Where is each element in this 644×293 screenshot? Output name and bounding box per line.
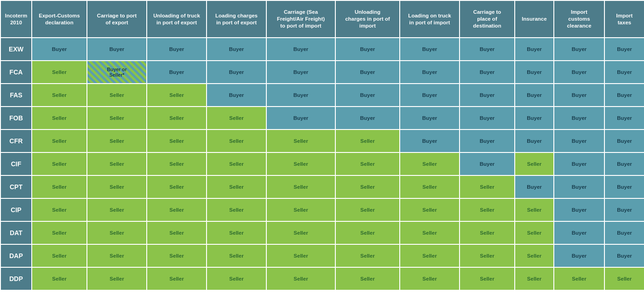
incoterm-label: DAP bbox=[0, 244, 32, 267]
cell-dat-col9: Buyer bbox=[554, 221, 604, 244]
cell-fob-col2: Seller bbox=[147, 107, 207, 130]
table-row: CIFSellerSellerSellerSellerSellerSellerS… bbox=[0, 152, 644, 175]
cell-fob-col4: Buyer bbox=[266, 107, 335, 130]
col-header-import-customs: Importcustomsclearance bbox=[554, 0, 604, 38]
cell-ddp-col8: Seller bbox=[515, 267, 554, 290]
cell-cfr-col4: Seller bbox=[266, 130, 335, 152]
table-row: FASSellerSellerSellerBuyerBuyerBuyerBuye… bbox=[0, 84, 644, 107]
cell-cpt-col1: Seller bbox=[87, 175, 147, 198]
cell-cip-col7: Seller bbox=[460, 198, 515, 221]
cell-cpt-col9: Buyer bbox=[554, 175, 604, 198]
cell-fca-col5: Buyer bbox=[335, 61, 400, 84]
cell-cfr-col5: Seller bbox=[335, 130, 400, 152]
cell-cif-col8: Seller bbox=[515, 152, 554, 175]
cell-fas-col10: Buyer bbox=[604, 84, 644, 107]
cell-dap-col8: Seller bbox=[515, 244, 554, 267]
cell-cpt-col4: Seller bbox=[266, 175, 335, 198]
cell-ddp-col4: Seller bbox=[266, 267, 335, 290]
cell-exw-col5: Buyer bbox=[335, 38, 400, 61]
cell-fca-col6: Buyer bbox=[400, 61, 460, 84]
cell-dap-col4: Seller bbox=[266, 244, 335, 267]
cell-exw-col1: Buyer bbox=[87, 38, 147, 61]
cell-fob-col9: Buyer bbox=[554, 107, 604, 130]
cell-exw-col6: Buyer bbox=[400, 38, 460, 61]
cell-cfr-col9: Buyer bbox=[554, 130, 604, 152]
cell-fob-col6: Buyer bbox=[400, 107, 460, 130]
cell-fas-col6: Buyer bbox=[400, 84, 460, 107]
cell-dap-col2: Seller bbox=[147, 244, 207, 267]
cell-ddp-col3: Seller bbox=[207, 267, 266, 290]
cell-cpt-col10: Buyer bbox=[604, 175, 644, 198]
cell-cpt-col2: Seller bbox=[147, 175, 207, 198]
cell-dat-col0: Seller bbox=[32, 221, 87, 244]
cell-exw-col2: Buyer bbox=[147, 38, 207, 61]
cell-fob-col10: Buyer bbox=[604, 107, 644, 130]
cell-dap-col3: Seller bbox=[207, 244, 266, 267]
cell-cif-col5: Seller bbox=[335, 152, 400, 175]
cell-exw-col8: Buyer bbox=[515, 38, 554, 61]
cell-dat-col5: Seller bbox=[335, 221, 400, 244]
incoterm-label: FCA bbox=[0, 61, 32, 84]
table-row: FOBSellerSellerSellerSellerBuyerBuyerBuy… bbox=[0, 107, 644, 130]
cell-cfr-col10: Buyer bbox=[604, 130, 644, 152]
table-row: DDPSellerSellerSellerSellerSellerSellerS… bbox=[0, 267, 644, 290]
cell-fas-col1: Seller bbox=[87, 84, 147, 107]
cell-dat-col6: Seller bbox=[400, 221, 460, 244]
col-header-import-taxes: Importtaxes bbox=[604, 0, 644, 38]
table-row: DAPSellerSellerSellerSellerSellerSellerS… bbox=[0, 244, 644, 267]
table-row: FCASellerBuyer orSeller*BuyerBuyerBuyerB… bbox=[0, 61, 644, 84]
cell-fca-col3: Buyer bbox=[207, 61, 266, 84]
cell-cif-col0: Seller bbox=[32, 152, 87, 175]
cell-cif-col9: Buyer bbox=[554, 152, 604, 175]
cell-fob-col5: Buyer bbox=[335, 107, 400, 130]
cell-exw-col3: Buyer bbox=[207, 38, 266, 61]
cell-dat-col3: Seller bbox=[207, 221, 266, 244]
cell-fca-col4: Buyer bbox=[266, 61, 335, 84]
cell-dap-col9: Buyer bbox=[554, 244, 604, 267]
cell-ddp-col9: Seller bbox=[554, 267, 604, 290]
cell-ddp-col1: Seller bbox=[87, 267, 147, 290]
incoterm-label: CIF bbox=[0, 152, 32, 175]
cell-cfr-col2: Seller bbox=[147, 130, 207, 152]
cell-cip-col3: Seller bbox=[207, 198, 266, 221]
cell-fca-col1: Buyer orSeller* bbox=[87, 61, 147, 84]
col-header-carriage-place-destination: Carriage toplace ofdestination bbox=[460, 0, 515, 38]
table-header: Incoterm2010Export-CustomsdeclarationCar… bbox=[0, 0, 644, 38]
cell-ddp-col0: Seller bbox=[32, 267, 87, 290]
table-row: DATSellerSellerSellerSellerSellerSellerS… bbox=[0, 221, 644, 244]
cell-fca-col8: Buyer bbox=[515, 61, 554, 84]
cell-exw-col9: Buyer bbox=[554, 38, 604, 61]
cell-fob-col3: Seller bbox=[207, 107, 266, 130]
cell-fas-col2: Seller bbox=[147, 84, 207, 107]
col-header-insurance: Insurance bbox=[515, 0, 554, 38]
incoterm-label: CPT bbox=[0, 175, 32, 198]
table-row: CPTSellerSellerSellerSellerSellerSellerS… bbox=[0, 175, 644, 198]
cell-fob-col0: Seller bbox=[32, 107, 87, 130]
cell-dat-col4: Seller bbox=[266, 221, 335, 244]
cell-fca-col10: Buyer bbox=[604, 61, 644, 84]
cell-cif-col3: Seller bbox=[207, 152, 266, 175]
table-row: CIPSellerSellerSellerSellerSellerSellerS… bbox=[0, 198, 644, 221]
cell-cpt-col7: Seller bbox=[460, 175, 515, 198]
col-header-incoterm: Incoterm2010 bbox=[0, 0, 32, 38]
cell-cfr-col8: Buyer bbox=[515, 130, 554, 152]
cell-cip-col5: Seller bbox=[335, 198, 400, 221]
cell-dap-col10: Buyer bbox=[604, 244, 644, 267]
incoterm-label: FOB bbox=[0, 107, 32, 130]
cell-cfr-col7: Buyer bbox=[460, 130, 515, 152]
cell-cip-col1: Seller bbox=[87, 198, 147, 221]
cell-fob-col1: Seller bbox=[87, 107, 147, 130]
cell-cpt-col6: Seller bbox=[400, 175, 460, 198]
incoterms-table: Incoterm2010Export-CustomsdeclarationCar… bbox=[0, 0, 644, 291]
cell-cip-col4: Seller bbox=[266, 198, 335, 221]
table-row: CFRSellerSellerSellerSellerSellerSellerB… bbox=[0, 130, 644, 152]
cell-cpt-col0: Seller bbox=[32, 175, 87, 198]
cell-dat-col1: Seller bbox=[87, 221, 147, 244]
cell-fca-col0: Seller bbox=[32, 61, 87, 84]
cell-cif-col1: Seller bbox=[87, 152, 147, 175]
cell-fas-col3: Buyer bbox=[207, 84, 266, 107]
cell-fas-col5: Buyer bbox=[335, 84, 400, 107]
cell-fob-col7: Buyer bbox=[460, 107, 515, 130]
cell-dap-col7: Seller bbox=[460, 244, 515, 267]
cell-cfr-col6: Buyer bbox=[400, 130, 460, 152]
